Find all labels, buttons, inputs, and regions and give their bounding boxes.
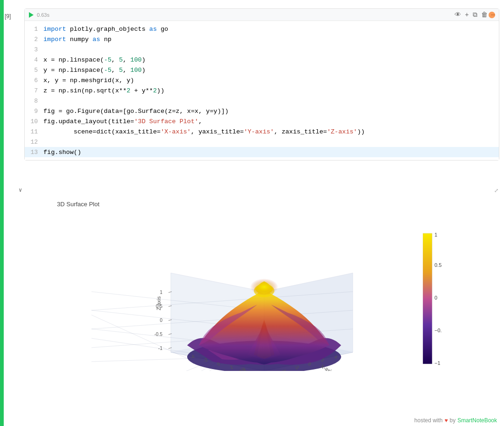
code-line-4: 4 x = np.linspace(-5, 5, 100) bbox=[25, 55, 499, 65]
code-line-5: 5 y = np.linspace(-5, 5, 100) bbox=[25, 65, 499, 75]
svg-text:-0.5: -0.5 bbox=[154, 332, 163, 337]
left-accent-bar bbox=[0, 0, 4, 426]
footer-text-prefix: hosted with bbox=[414, 417, 443, 424]
plot-title: 3D Surface Plot bbox=[57, 201, 99, 208]
copy-icon[interactable]: ⧉ bbox=[473, 11, 477, 19]
code-line-11: 11 scene=dict(xaxis_title='X-axis', yaxi… bbox=[25, 126, 499, 137]
svg-point-19 bbox=[250, 279, 278, 295]
code-line-3: 3 bbox=[25, 44, 499, 55]
svg-text:1: 1 bbox=[160, 290, 162, 295]
svg-text:0.5: 0.5 bbox=[156, 304, 162, 309]
code-line-9: 9 fig = go.Figure(data=[go.Surface(z=z, … bbox=[25, 106, 499, 116]
plot-output-area: 3D Surface Plot bbox=[24, 196, 499, 414]
svg-text:0: 0 bbox=[434, 295, 437, 300]
code-line-2: 2 import numpy as np bbox=[25, 34, 499, 44]
cell-toolbar: 0.63s 👁 + ⧉ 🗑 ⋯ bbox=[25, 9, 499, 21]
eye-icon[interactable]: 👁 bbox=[455, 11, 461, 19]
code-line-7: 7 z = np.sin(np.sqrt(x**2 + y**2)) bbox=[25, 85, 499, 96]
svg-text:0.5: 0.5 bbox=[434, 262, 441, 268]
delete-icon[interactable]: 🗑 bbox=[481, 11, 488, 19]
svg-marker-0 bbox=[29, 12, 34, 18]
footer-brand-text: by bbox=[450, 417, 456, 424]
execution-time: 0.63s bbox=[37, 12, 49, 18]
code-line-10: 10 fig.update_layout(title='3D Surface P… bbox=[25, 116, 499, 126]
add-icon[interactable]: + bbox=[465, 11, 469, 19]
brand-name: SmartNoteBook bbox=[457, 417, 497, 424]
toolbar-right: 👁 + ⧉ 🗑 ⋯ bbox=[455, 11, 495, 19]
code-line-1: 1 import plotly.graph_objects as go bbox=[25, 24, 499, 34]
svg-text:0: 0 bbox=[160, 318, 162, 323]
surface-plot-svg: Z-axis 1 0.5 0 -0.5 -1 Y-axis -4 -2 0 2 … bbox=[91, 212, 418, 371]
colorbar: 1 0.5 0 −0.5 −1 bbox=[423, 231, 432, 362]
svg-rect-43 bbox=[423, 233, 432, 364]
svg-text:1: 1 bbox=[434, 232, 437, 237]
colorbar-svg: 1 0.5 0 −0.5 −1 bbox=[423, 231, 441, 366]
svg-text:−0.5: −0.5 bbox=[434, 328, 441, 333]
toolbar-left: 0.63s bbox=[28, 12, 49, 18]
code-line-12: 12 bbox=[25, 137, 499, 147]
code-cell: 0.63s 👁 + ⧉ 🗑 ⋯ 1 import plotly.graph_ob… bbox=[24, 8, 499, 161]
svg-text:-1: -1 bbox=[158, 346, 162, 351]
code-line-8: 8 bbox=[25, 96, 499, 106]
run-button[interactable] bbox=[28, 12, 34, 18]
svg-text:−1: −1 bbox=[434, 360, 441, 366]
collapse-button[interactable]: ∨ bbox=[19, 187, 22, 194]
heart-icon: ♥ bbox=[444, 417, 448, 424]
cell-avatar bbox=[489, 12, 495, 18]
code-area: 1 import plotly.graph_objects as go 2 im… bbox=[25, 21, 499, 160]
plot-container: Z-axis 1 0.5 0 -0.5 -1 Y-axis -4 -2 0 2 … bbox=[34, 212, 490, 371]
footer: hosted with ♥ by SmartNoteBook bbox=[414, 417, 497, 424]
code-line-13: 13 fig.show() bbox=[25, 147, 499, 157]
code-line-6: 6 x, y = np.meshgrid(x, y) bbox=[25, 75, 499, 85]
cell-number: [9] bbox=[5, 13, 11, 20]
expand-output-icon[interactable]: ⤢ bbox=[494, 188, 498, 194]
